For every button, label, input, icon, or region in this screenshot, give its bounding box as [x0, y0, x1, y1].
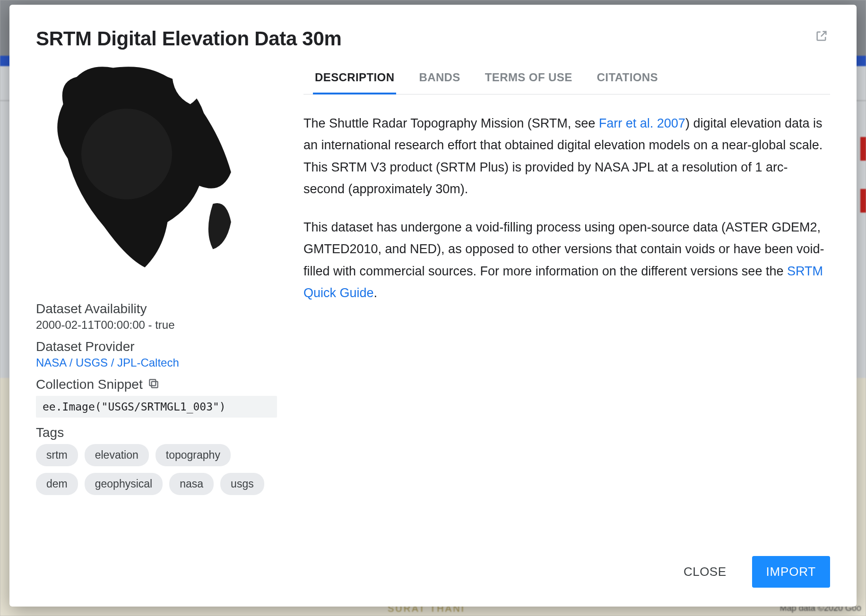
provider-label: Dataset Provider [36, 339, 277, 354]
modal-body: Dataset Availability 2000-02-11T00:00:00… [36, 63, 830, 545]
tab-terms[interactable]: TERMS OF USE [483, 63, 574, 94]
modal-header: SRTM Digital Elevation Data 30m [36, 27, 830, 50]
snippet-label: Collection Snippet [36, 377, 143, 392]
description-text: This dataset has undergone a void-fillin… [303, 220, 824, 278]
modal-footer: CLOSE IMPORT [36, 545, 830, 588]
metadata-column: Dataset Availability 2000-02-11T00:00:00… [36, 63, 277, 545]
tag-chip[interactable]: usgs [220, 473, 264, 495]
tab-citations[interactable]: CITATIONS [595, 63, 660, 94]
description-text: . [374, 286, 378, 300]
tag-chip[interactable]: dem [36, 473, 78, 495]
availability-label: Dataset Availability [36, 301, 277, 317]
modal-title: SRTM Digital Elevation Data 30m [36, 27, 342, 50]
availability-value: 2000-02-11T00:00:00 - true [36, 318, 277, 332]
copy-snippet-button[interactable] [147, 377, 160, 392]
dataset-thumbnail [36, 63, 263, 290]
svg-point-1 [81, 109, 172, 199]
tag-chip[interactable]: elevation [85, 444, 149, 466]
tag-chip[interactable]: srtm [36, 444, 78, 466]
description-panel: The Shuttle Radar Topography Mission (SR… [303, 94, 830, 320]
svg-rect-2 [151, 382, 157, 388]
provider-link[interactable]: NASA / USGS / JPL-Caltech [36, 356, 277, 369]
snippet-code: ee.Image("USGS/SRTMGL1_003") [36, 396, 277, 418]
copy-icon [147, 383, 160, 391]
tag-chip[interactable]: topography [156, 444, 231, 466]
tab-description[interactable]: DESCRIPTION [313, 63, 396, 94]
tab-bands[interactable]: BANDS [417, 63, 462, 94]
svg-rect-3 [149, 379, 156, 385]
popout-button[interactable] [813, 27, 830, 46]
asset-detail-modal: SRTM Digital Elevation Data 30m Dataset … [9, 5, 857, 607]
tags-container: srtm elevation topography dem geophysica… [36, 444, 277, 495]
import-button[interactable]: IMPORT [752, 556, 830, 588]
description-paragraph: The Shuttle Radar Topography Mission (SR… [303, 112, 826, 200]
description-text: The Shuttle Radar Topography Mission (SR… [303, 116, 599, 130]
tags-label: Tags [36, 425, 277, 440]
tag-chip[interactable]: nasa [169, 473, 214, 495]
external-link-icon [815, 36, 828, 44]
close-button[interactable]: CLOSE [672, 557, 738, 587]
details-column: DESCRIPTION BANDS TERMS OF USE CITATIONS… [303, 63, 830, 545]
citation-link[interactable]: Farr et al. 2007 [599, 116, 685, 130]
description-paragraph: This dataset has undergone a void-fillin… [303, 216, 826, 304]
tag-chip[interactable]: geophysical [85, 473, 163, 495]
tab-bar: DESCRIPTION BANDS TERMS OF USE CITATIONS [303, 63, 830, 94]
